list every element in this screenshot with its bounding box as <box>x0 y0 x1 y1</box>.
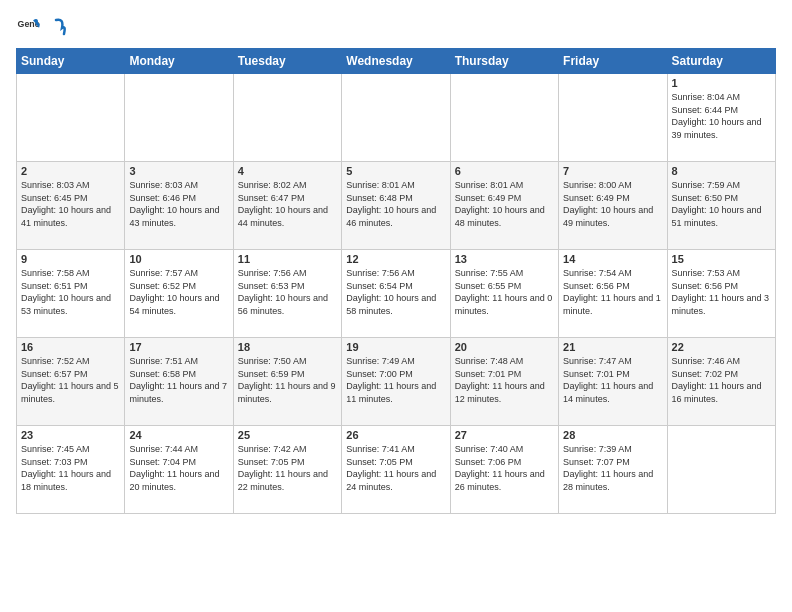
header: General <box>16 16 776 40</box>
day-number: 26 <box>346 429 445 441</box>
day-cell: 2Sunrise: 8:03 AM Sunset: 6:45 PM Daylig… <box>17 162 125 250</box>
week-row-5: 23Sunrise: 7:45 AM Sunset: 7:03 PM Dayli… <box>17 426 776 514</box>
day-cell: 9Sunrise: 7:58 AM Sunset: 6:51 PM Daylig… <box>17 250 125 338</box>
day-cell <box>233 74 341 162</box>
column-header-saturday: Saturday <box>667 49 775 74</box>
day-info: Sunrise: 7:46 AM Sunset: 7:02 PM Dayligh… <box>672 355 771 405</box>
day-cell: 20Sunrise: 7:48 AM Sunset: 7:01 PM Dayli… <box>450 338 558 426</box>
day-info: Sunrise: 7:55 AM Sunset: 6:55 PM Dayligh… <box>455 267 554 317</box>
day-info: Sunrise: 8:03 AM Sunset: 6:45 PM Dayligh… <box>21 179 120 229</box>
day-info: Sunrise: 7:49 AM Sunset: 7:00 PM Dayligh… <box>346 355 445 405</box>
day-cell: 27Sunrise: 7:40 AM Sunset: 7:06 PM Dayli… <box>450 426 558 514</box>
day-info: Sunrise: 8:02 AM Sunset: 6:47 PM Dayligh… <box>238 179 337 229</box>
day-cell: 28Sunrise: 7:39 AM Sunset: 7:07 PM Dayli… <box>559 426 667 514</box>
day-number: 13 <box>455 253 554 265</box>
day-info: Sunrise: 7:48 AM Sunset: 7:01 PM Dayligh… <box>455 355 554 405</box>
day-info: Sunrise: 7:57 AM Sunset: 6:52 PM Dayligh… <box>129 267 228 317</box>
day-number: 9 <box>21 253 120 265</box>
day-cell: 12Sunrise: 7:56 AM Sunset: 6:54 PM Dayli… <box>342 250 450 338</box>
day-info: Sunrise: 7:40 AM Sunset: 7:06 PM Dayligh… <box>455 443 554 493</box>
column-header-wednesday: Wednesday <box>342 49 450 74</box>
day-cell: 3Sunrise: 8:03 AM Sunset: 6:46 PM Daylig… <box>125 162 233 250</box>
day-cell <box>342 74 450 162</box>
day-cell: 6Sunrise: 8:01 AM Sunset: 6:49 PM Daylig… <box>450 162 558 250</box>
day-number: 15 <box>672 253 771 265</box>
calendar-table: SundayMondayTuesdayWednesdayThursdayFrid… <box>16 48 776 514</box>
column-header-thursday: Thursday <box>450 49 558 74</box>
day-number: 18 <box>238 341 337 353</box>
day-cell: 25Sunrise: 7:42 AM Sunset: 7:05 PM Dayli… <box>233 426 341 514</box>
day-info: Sunrise: 7:53 AM Sunset: 6:56 PM Dayligh… <box>672 267 771 317</box>
header-row: SundayMondayTuesdayWednesdayThursdayFrid… <box>17 49 776 74</box>
day-number: 22 <box>672 341 771 353</box>
day-cell: 24Sunrise: 7:44 AM Sunset: 7:04 PM Dayli… <box>125 426 233 514</box>
day-number: 16 <box>21 341 120 353</box>
day-number: 24 <box>129 429 228 441</box>
day-info: Sunrise: 7:41 AM Sunset: 7:05 PM Dayligh… <box>346 443 445 493</box>
day-cell <box>559 74 667 162</box>
day-number: 27 <box>455 429 554 441</box>
column-header-friday: Friday <box>559 49 667 74</box>
day-cell: 19Sunrise: 7:49 AM Sunset: 7:00 PM Dayli… <box>342 338 450 426</box>
day-number: 23 <box>21 429 120 441</box>
day-cell: 4Sunrise: 8:02 AM Sunset: 6:47 PM Daylig… <box>233 162 341 250</box>
day-number: 17 <box>129 341 228 353</box>
column-header-tuesday: Tuesday <box>233 49 341 74</box>
day-cell: 1Sunrise: 8:04 AM Sunset: 6:44 PM Daylig… <box>667 74 775 162</box>
day-number: 12 <box>346 253 445 265</box>
day-info: Sunrise: 7:56 AM Sunset: 6:54 PM Dayligh… <box>346 267 445 317</box>
day-info: Sunrise: 8:01 AM Sunset: 6:49 PM Dayligh… <box>455 179 554 229</box>
day-cell: 17Sunrise: 7:51 AM Sunset: 6:58 PM Dayli… <box>125 338 233 426</box>
day-info: Sunrise: 7:51 AM Sunset: 6:58 PM Dayligh… <box>129 355 228 405</box>
day-info: Sunrise: 7:45 AM Sunset: 7:03 PM Dayligh… <box>21 443 120 493</box>
day-cell: 23Sunrise: 7:45 AM Sunset: 7:03 PM Dayli… <box>17 426 125 514</box>
day-info: Sunrise: 8:01 AM Sunset: 6:48 PM Dayligh… <box>346 179 445 229</box>
day-info: Sunrise: 7:42 AM Sunset: 7:05 PM Dayligh… <box>238 443 337 493</box>
day-cell: 16Sunrise: 7:52 AM Sunset: 6:57 PM Dayli… <box>17 338 125 426</box>
day-info: Sunrise: 8:04 AM Sunset: 6:44 PM Dayligh… <box>672 91 771 141</box>
day-cell <box>17 74 125 162</box>
day-number: 7 <box>563 165 662 177</box>
week-row-2: 2Sunrise: 8:03 AM Sunset: 6:45 PM Daylig… <box>17 162 776 250</box>
day-info: Sunrise: 7:59 AM Sunset: 6:50 PM Dayligh… <box>672 179 771 229</box>
day-number: 21 <box>563 341 662 353</box>
day-number: 5 <box>346 165 445 177</box>
day-number: 4 <box>238 165 337 177</box>
week-row-3: 9Sunrise: 7:58 AM Sunset: 6:51 PM Daylig… <box>17 250 776 338</box>
day-info: Sunrise: 7:44 AM Sunset: 7:04 PM Dayligh… <box>129 443 228 493</box>
day-number: 20 <box>455 341 554 353</box>
day-info: Sunrise: 8:00 AM Sunset: 6:49 PM Dayligh… <box>563 179 662 229</box>
day-number: 25 <box>238 429 337 441</box>
day-number: 8 <box>672 165 771 177</box>
day-info: Sunrise: 7:58 AM Sunset: 6:51 PM Dayligh… <box>21 267 120 317</box>
day-number: 1 <box>672 77 771 89</box>
day-cell: 10Sunrise: 7:57 AM Sunset: 6:52 PM Dayli… <box>125 250 233 338</box>
day-number: 10 <box>129 253 228 265</box>
day-info: Sunrise: 7:52 AM Sunset: 6:57 PM Dayligh… <box>21 355 120 405</box>
day-number: 28 <box>563 429 662 441</box>
column-header-sunday: Sunday <box>17 49 125 74</box>
day-cell: 14Sunrise: 7:54 AM Sunset: 6:56 PM Dayli… <box>559 250 667 338</box>
day-info: Sunrise: 8:03 AM Sunset: 6:46 PM Dayligh… <box>129 179 228 229</box>
day-cell <box>667 426 775 514</box>
week-row-1: 1Sunrise: 8:04 AM Sunset: 6:44 PM Daylig… <box>17 74 776 162</box>
day-number: 3 <box>129 165 228 177</box>
day-cell: 5Sunrise: 8:01 AM Sunset: 6:48 PM Daylig… <box>342 162 450 250</box>
day-cell: 15Sunrise: 7:53 AM Sunset: 6:56 PM Dayli… <box>667 250 775 338</box>
day-number: 11 <box>238 253 337 265</box>
day-cell: 18Sunrise: 7:50 AM Sunset: 6:59 PM Dayli… <box>233 338 341 426</box>
day-cell <box>125 74 233 162</box>
week-row-4: 16Sunrise: 7:52 AM Sunset: 6:57 PM Dayli… <box>17 338 776 426</box>
day-info: Sunrise: 7:47 AM Sunset: 7:01 PM Dayligh… <box>563 355 662 405</box>
day-info: Sunrise: 7:56 AM Sunset: 6:53 PM Dayligh… <box>238 267 337 317</box>
day-number: 19 <box>346 341 445 353</box>
column-header-monday: Monday <box>125 49 233 74</box>
day-cell: 26Sunrise: 7:41 AM Sunset: 7:05 PM Dayli… <box>342 426 450 514</box>
day-cell: 7Sunrise: 8:00 AM Sunset: 6:49 PM Daylig… <box>559 162 667 250</box>
logo: General <box>16 16 66 40</box>
day-cell: 11Sunrise: 7:56 AM Sunset: 6:53 PM Dayli… <box>233 250 341 338</box>
day-number: 2 <box>21 165 120 177</box>
day-cell <box>450 74 558 162</box>
day-cell: 21Sunrise: 7:47 AM Sunset: 7:01 PM Dayli… <box>559 338 667 426</box>
day-cell: 22Sunrise: 7:46 AM Sunset: 7:02 PM Dayli… <box>667 338 775 426</box>
